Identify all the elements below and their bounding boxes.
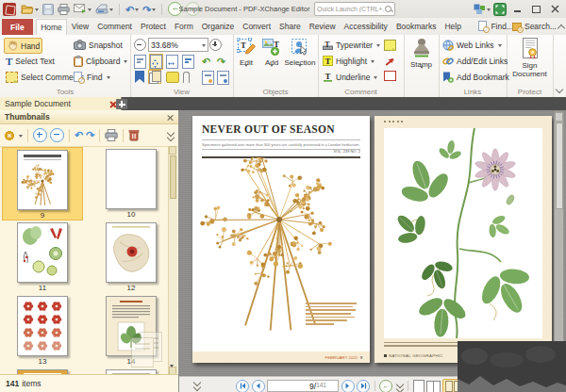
search-button[interactable]: Search... bbox=[512, 20, 557, 33]
new-tab-button[interactable] bbox=[116, 99, 127, 109]
add-edit-links-button[interactable]: Add/Edit Links bbox=[441, 54, 509, 68]
next-page-button[interactable] bbox=[341, 380, 355, 392]
redo-button[interactable] bbox=[142, 2, 157, 16]
zoom-in-button[interactable] bbox=[209, 39, 222, 51]
sign-document-button[interactable]: SignDocument bbox=[508, 38, 551, 79]
thumbnails-list[interactable]: 9 10 11 bbox=[0, 146, 178, 375]
fit-visible-button[interactable] bbox=[182, 55, 194, 69]
thumbnails-pane-button[interactable] bbox=[149, 71, 160, 83]
view-history-chevron-icon[interactable] bbox=[395, 382, 404, 390]
tab-organize[interactable]: Organize bbox=[197, 18, 239, 35]
undo-button[interactable] bbox=[125, 2, 140, 16]
tab-form[interactable]: Form bbox=[170, 18, 197, 35]
rotate-cw-button[interactable]: ↷ bbox=[217, 54, 225, 68]
tab-file[interactable]: File bbox=[2, 19, 33, 35]
stamp-button[interactable]: Stamp bbox=[406, 38, 437, 77]
attachments-pane-button[interactable] bbox=[183, 72, 190, 83]
close-panel-icon[interactable] bbox=[167, 114, 174, 121]
web-links-button[interactable]: Web Links bbox=[441, 38, 504, 52]
previous-view-button[interactable]: ← bbox=[379, 380, 392, 392]
tab-view[interactable]: View bbox=[67, 18, 92, 35]
snapshot-button[interactable]: Snapshot bbox=[72, 38, 125, 52]
save-button[interactable] bbox=[42, 2, 55, 16]
zoom-out-button[interactable] bbox=[134, 39, 146, 51]
scroll-up-button[interactable] bbox=[169, 146, 176, 155]
bookmarks-pane-button[interactable] bbox=[135, 71, 144, 83]
dropdown-caret-icon[interactable] bbox=[19, 135, 23, 139]
tab-convert[interactable]: Convert bbox=[239, 18, 275, 35]
document-page-left[interactable]: NEVER OUT OF SEASON Specimens gathered o… bbox=[192, 116, 370, 363]
fit-page-button[interactable] bbox=[150, 55, 162, 69]
thumbnails-scrollbar[interactable] bbox=[168, 146, 177, 375]
document-tab-sample-document[interactable]: Sample Document bbox=[0, 97, 122, 110]
collapse-ribbon-icon[interactable] bbox=[558, 23, 565, 30]
document-canvas[interactable]: NEVER OUT OF SEASON Specimens gathered o… bbox=[179, 110, 566, 377]
print-pages-icon[interactable] bbox=[105, 129, 118, 141]
quick-launch-input[interactable]: Quick Launch (CTRL+.) bbox=[314, 2, 395, 16]
tab-review[interactable]: Review bbox=[305, 18, 340, 35]
close-tab-icon[interactable] bbox=[109, 101, 116, 107]
typewriter-button[interactable]: T Typewriter bbox=[321, 38, 382, 52]
delete-pages-icon[interactable] bbox=[128, 129, 140, 141]
status-more-chevron-icon[interactable] bbox=[192, 380, 201, 388]
hand-tool-button[interactable]: Hand bbox=[4, 38, 42, 54]
last-page-button[interactable] bbox=[357, 380, 370, 392]
minimize-button[interactable] bbox=[508, 2, 526, 16]
maximize-button[interactable] bbox=[527, 2, 545, 16]
zoom-level-combobox[interactable]: 33.68% bbox=[148, 38, 208, 52]
page-number-input[interactable]: 9/141 bbox=[267, 380, 339, 392]
thumbnail-page-12[interactable]: 12 bbox=[91, 220, 172, 294]
fullscreen-button[interactable] bbox=[492, 2, 508, 16]
zoom-in-thumbnails-button[interactable] bbox=[33, 128, 47, 142]
sticky-note-icon[interactable] bbox=[384, 40, 396, 51]
ribbon-collapse-icon[interactable] bbox=[556, 86, 563, 93]
single-page-view-button[interactable] bbox=[413, 380, 424, 392]
fit-width-button[interactable] bbox=[166, 55, 178, 69]
selection-button[interactable]: Selection bbox=[284, 38, 316, 75]
export-button[interactable] bbox=[94, 2, 114, 16]
two-page-view-button[interactable] bbox=[426, 381, 440, 392]
tab-home[interactable]: Home bbox=[36, 19, 68, 35]
first-page-button[interactable] bbox=[236, 380, 249, 392]
tab-share[interactable]: Share bbox=[275, 18, 306, 35]
rectangle-annotation-icon[interactable] bbox=[384, 71, 396, 81]
document-page-right[interactable]: NATIONAL GEOGRAPHIC bbox=[375, 116, 552, 363]
add-objects-button[interactable]: T Add bbox=[260, 38, 283, 75]
email-button[interactable] bbox=[73, 2, 92, 16]
tab-comment[interactable]: Comment bbox=[93, 18, 137, 35]
thumbnail-page-9[interactable]: 9 bbox=[2, 147, 83, 220]
comments-pane-button[interactable] bbox=[166, 72, 179, 83]
select-text-button[interactable]: T Select Text bbox=[4, 54, 57, 68]
zoom-out-thumbnails-button[interactable] bbox=[50, 128, 64, 142]
thumbnail-page-13[interactable]: 13 bbox=[2, 294, 83, 368]
tab-protect[interactable]: Protect bbox=[136, 18, 170, 35]
rotate-ccw-icon[interactable]: ↶ bbox=[75, 129, 83, 141]
ribbon-find-button[interactable]: Find bbox=[72, 70, 112, 84]
ui-options-button[interactable] bbox=[473, 2, 491, 16]
more-options-chevron-icon[interactable] bbox=[166, 130, 175, 140]
tab-accessibility[interactable]: Accessibility bbox=[340, 18, 391, 35]
thumbnail-page-10[interactable]: 10 bbox=[91, 147, 172, 220]
previous-page-button[interactable] bbox=[252, 380, 265, 392]
open-button[interactable] bbox=[20, 2, 40, 16]
edit-objects-button[interactable]: T Edit bbox=[235, 38, 258, 75]
underline-button[interactable]: T Underline bbox=[321, 70, 379, 84]
scroll-up-button[interactable] bbox=[555, 112, 563, 122]
document-vertical-scrollbar[interactable] bbox=[554, 111, 564, 376]
add-bookmark-button[interactable]: Add Bookmark bbox=[441, 70, 511, 84]
tab-help[interactable]: Help bbox=[441, 18, 465, 35]
tab-bookmarks[interactable]: Bookmarks bbox=[391, 18, 441, 35]
rotate-ccw-button[interactable]: ↶ bbox=[202, 54, 210, 68]
actual-size-button[interactable] bbox=[134, 55, 146, 69]
thumbnail-page-11[interactable]: 11 bbox=[2, 220, 83, 294]
clipboard-button[interactable]: Clipboard bbox=[72, 54, 129, 68]
close-button[interactable] bbox=[546, 2, 564, 16]
find-button[interactable]: Find... bbox=[478, 20, 513, 33]
arrow-annotation-icon[interactable] bbox=[384, 55, 395, 65]
rotate-cw-icon[interactable]: ↷ bbox=[86, 129, 94, 141]
scrollbar-thumb[interactable] bbox=[556, 122, 563, 209]
scrollbar-thumb[interactable] bbox=[170, 155, 176, 199]
highlight-button[interactable]: T Highlight bbox=[321, 54, 376, 68]
page-properties-button[interactable] bbox=[202, 71, 214, 85]
print-button[interactable] bbox=[57, 2, 71, 16]
